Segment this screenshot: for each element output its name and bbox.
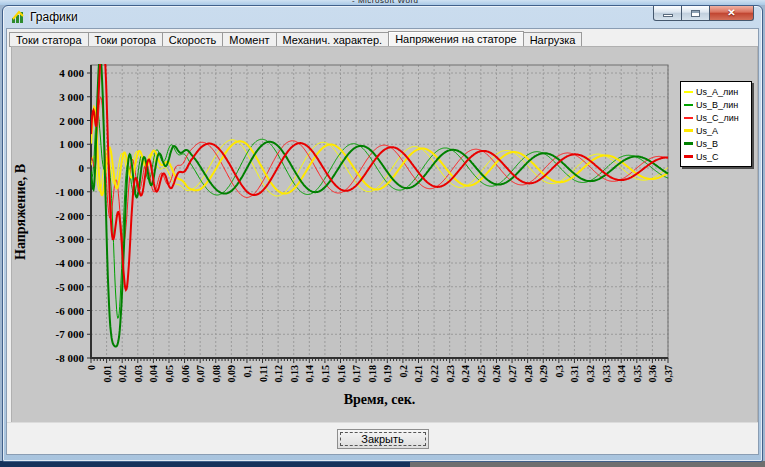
- y-tick-label: -5 000: [56, 281, 85, 293]
- x-tick-label: 0,23: [445, 365, 456, 383]
- screen: - Microsoft Word Графики ✕ Токи статораТ…: [0, 0, 765, 467]
- x-tick-label: 0,07: [195, 365, 206, 383]
- maximize-button[interactable]: [682, 6, 710, 21]
- legend-label: Us_C_лин: [696, 113, 739, 123]
- legend-item: Us_A: [684, 124, 748, 137]
- window-close-button[interactable]: ✕: [710, 6, 754, 21]
- charts-window: Графики ✕ Токи статораТоки ротораСкорост…: [2, 5, 763, 462]
- x-tick-label: 0,34: [616, 365, 627, 383]
- chart-panel: 4 0003 0002 0001 0000-1 000-2 000-3 000-…: [11, 46, 758, 425]
- window-controls: ✕: [653, 6, 754, 21]
- x-tick-label: 0,12: [273, 365, 284, 383]
- x-tick-label: 0,03: [133, 365, 144, 383]
- x-tick-label: 0,28: [523, 365, 534, 383]
- y-tick-label: 2 000: [59, 115, 84, 127]
- x-axis-title: Время, сек.: [344, 392, 416, 407]
- legend-swatch: [684, 91, 693, 93]
- x-tick-label: 0,31: [569, 365, 580, 383]
- y-tick-label: -6 000: [56, 305, 85, 317]
- close-icon: ✕: [710, 7, 753, 18]
- title-bar[interactable]: Графики ✕: [3, 6, 762, 28]
- legend-item: Us_A_лин: [684, 85, 748, 98]
- y-tick-label: -7 000: [56, 328, 85, 340]
- tab-5[interactable]: Напряжения на статоре: [388, 31, 523, 47]
- maximize-icon: [691, 10, 700, 17]
- y-tick-label: 0: [79, 162, 85, 174]
- legend-swatch: [684, 129, 693, 132]
- tab-bar: Токи статораТоки ротораСкоростьМоментМех…: [9, 31, 756, 47]
- x-tick-label: 0,32: [585, 365, 596, 383]
- legend-label: Us_A: [696, 126, 718, 136]
- x-tick-label: 0,01: [102, 365, 113, 383]
- legend-label: Us_B_лин: [696, 100, 738, 110]
- chart-legend: Us_A_линUs_B_линUs_C_линUs_AUs_BUs_C: [680, 81, 752, 167]
- x-tick-label: 0,16: [336, 365, 347, 383]
- x-tick-label: 0,15: [320, 365, 331, 383]
- x-tick-label: 0,08: [211, 365, 222, 383]
- minimize-icon: [663, 14, 673, 17]
- legend-item: Us_B: [684, 137, 748, 150]
- x-tick-label: 0,21: [413, 365, 424, 383]
- legend-swatch: [684, 142, 693, 145]
- voltage-chart: 4 0003 0002 0001 0000-1 000-2 000-3 000-…: [12, 47, 759, 426]
- legend-label: Us_B: [696, 139, 718, 149]
- tab-1[interactable]: Токи ротора: [88, 32, 163, 47]
- x-tick-label: 0,19: [382, 365, 393, 383]
- y-tick-label: -1 000: [56, 186, 85, 198]
- x-tick-label: 0,27: [507, 365, 518, 383]
- y-tick-label: -4 000: [56, 257, 85, 269]
- x-tick-label: 0,06: [180, 365, 191, 383]
- x-tick-label: 0,14: [304, 365, 315, 383]
- x-tick-label: 0,13: [289, 365, 300, 383]
- tab-3[interactable]: Момент: [222, 32, 276, 47]
- x-tick-label: 0,09: [226, 365, 237, 383]
- x-tick-label: 0: [86, 365, 97, 370]
- x-tick-label: 0,17: [351, 365, 362, 383]
- tab-0[interactable]: Токи статора: [9, 32, 89, 47]
- y-tick-label: -2 000: [56, 210, 85, 222]
- close-dialog-button[interactable]: Закрыть: [337, 429, 429, 449]
- legend-label: Us_C: [696, 152, 719, 162]
- x-tick-label: 0,11: [258, 365, 269, 382]
- x-tick-label: 0,18: [367, 365, 378, 383]
- legend-item: Us_B_лин: [684, 98, 748, 111]
- y-tick-label: 3 000: [59, 91, 84, 103]
- chart-app-icon: [11, 10, 25, 24]
- x-tick-label: 0,29: [538, 365, 549, 383]
- tab-4[interactable]: Механич. характер.: [276, 32, 390, 47]
- legend-item: Us_C_лин: [684, 111, 748, 124]
- y-tick-label: 1 000: [59, 138, 84, 150]
- window-title: Графики: [30, 10, 78, 24]
- x-tick-label: 0,33: [601, 365, 612, 383]
- footer-bar: Закрыть: [7, 422, 758, 454]
- legend-label: Us_A_лин: [696, 87, 738, 97]
- y-tick-label: 4 000: [59, 67, 84, 79]
- legend-swatch: [684, 117, 693, 119]
- x-tick-label: 0,26: [491, 365, 502, 383]
- y-tick-label: -3 000: [56, 233, 85, 245]
- x-tick-label: 0,36: [647, 365, 658, 383]
- tab-2[interactable]: Скорость: [162, 32, 224, 47]
- y-axis-title: Напряжение, В: [13, 164, 28, 260]
- x-tick-label: 0,22: [429, 365, 440, 383]
- legend-swatch: [684, 155, 693, 158]
- x-tick-label: 0,37: [663, 365, 674, 383]
- x-tick-label: 0,24: [460, 365, 471, 383]
- x-tick-label: 0,35: [632, 365, 643, 383]
- client-area: Токи статораТоки ротораСкоростьМоментМех…: [6, 28, 759, 455]
- x-tick-label: 0,3: [554, 365, 565, 378]
- x-tick-label: 0,25: [476, 365, 487, 383]
- tab-6[interactable]: Нагрузка: [523, 32, 583, 47]
- minimize-button[interactable]: [653, 6, 682, 21]
- y-tick-label: -8 000: [56, 352, 85, 364]
- x-tick-label: 0,04: [148, 365, 159, 383]
- x-tick-label: 0,2: [398, 365, 409, 378]
- x-tick-label: 0,05: [164, 365, 175, 383]
- x-tick-label: 0,02: [117, 365, 128, 383]
- legend-item: Us_C: [684, 150, 748, 163]
- x-tick-label: 0,1: [242, 365, 253, 378]
- legend-swatch: [684, 104, 693, 106]
